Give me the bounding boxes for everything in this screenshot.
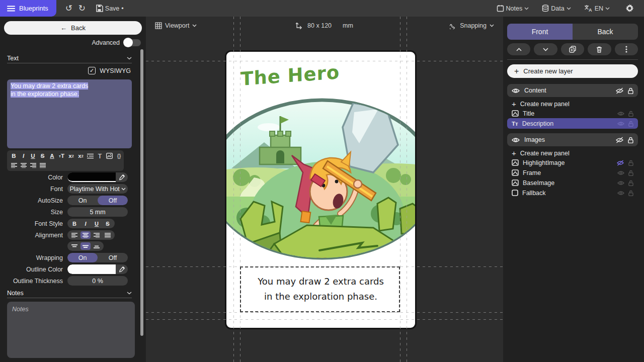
notes-textarea[interactable] <box>7 302 135 358</box>
bold-button[interactable]: B <box>10 152 18 160</box>
text-section-header[interactable]: Text <box>7 55 132 62</box>
align-center-icon[interactable] <box>19 161 28 169</box>
back-button[interactable]: ← Back <box>4 21 142 35</box>
layer-group-images[interactable]: Images <box>507 133 638 146</box>
card-editor-app: Blueprints ↺ ↻ Save • Notes Data A EN <box>0 0 644 362</box>
create-new-panel-images[interactable]: + Create new panel <box>507 148 638 158</box>
eye-icon[interactable] <box>617 170 624 175</box>
advanced-toggle[interactable] <box>124 39 141 46</box>
blueprints-button[interactable]: Blueprints <box>0 0 56 17</box>
tab-front[interactable]: Front <box>507 24 573 40</box>
eyedropper-icon[interactable] <box>116 266 128 273</box>
lock-icon[interactable] <box>628 170 633 176</box>
style-strike-button[interactable]: S <box>103 220 113 227</box>
wysiwyg-checkbox[interactable]: ✓ <box>88 67 96 74</box>
layer-description[interactable]: Tт Description <box>507 118 638 129</box>
eye-icon[interactable] <box>617 121 624 126</box>
text-content-editor[interactable]: You may draw 2 extra cards in the explor… <box>7 79 132 148</box>
list-indent-icon[interactable] <box>86 152 95 160</box>
valign-top-button[interactable] <box>69 242 79 250</box>
move-layer-up-button[interactable] <box>507 43 530 55</box>
save-button[interactable]: Save • <box>96 5 124 12</box>
image-layer-icon <box>512 110 519 117</box>
lock-icon[interactable] <box>628 137 633 143</box>
autosize-off-option[interactable]: Off <box>98 196 128 205</box>
design-canvas[interactable]: Viewport 80 x 120 mm Snapping <box>146 17 503 362</box>
font-size-button[interactable]: тT <box>57 152 66 160</box>
description-selection-outline[interactable] <box>240 266 400 312</box>
layer-fallback[interactable]: Fallback <box>507 188 638 198</box>
underline-button[interactable]: U <box>29 152 37 160</box>
language-menu[interactable]: A EN <box>584 5 610 12</box>
lock-icon[interactable] <box>628 190 633 196</box>
outline-color-picker[interactable] <box>67 264 128 274</box>
lock-icon[interactable] <box>628 160 633 166</box>
valign-bottom-button[interactable] <box>92 242 102 250</box>
eye-off-icon[interactable] <box>616 160 624 166</box>
left-panel-scrollbar[interactable] <box>140 49 143 336</box>
layer-group-content[interactable]: Content <box>507 84 638 97</box>
align-left-icon[interactable] <box>10 161 18 169</box>
redo-icon[interactable]: ↻ <box>75 2 89 15</box>
eye-off-icon[interactable] <box>615 137 624 143</box>
align-center-button[interactable] <box>80 231 91 239</box>
align-justify-button[interactable] <box>103 231 113 239</box>
wrapping-off-option[interactable]: Off <box>98 253 128 262</box>
text-color-picker[interactable] <box>67 172 128 182</box>
align-right-button[interactable] <box>92 231 102 239</box>
layer-frame[interactable]: Frame <box>507 168 638 177</box>
style-underline-button[interactable]: U <box>92 220 102 227</box>
delete-layer-button[interactable] <box>588 43 611 55</box>
notes-menu[interactable]: Notes <box>497 5 529 12</box>
italic-button[interactable]: I <box>19 152 28 160</box>
subscript-button[interactable]: x2 <box>76 152 85 160</box>
insert-image-icon[interactable] <box>105 152 114 160</box>
layer-highlight-image[interactable]: HighlightImage <box>507 158 638 167</box>
clear-format-button[interactable]: T <box>96 152 104 160</box>
eye-icon[interactable] <box>617 111 624 116</box>
tab-back[interactable]: Back <box>573 24 638 40</box>
data-menu[interactable]: Data <box>542 5 571 12</box>
color-swatch[interactable] <box>67 172 116 182</box>
autosize-on-option[interactable]: On <box>67 196 98 205</box>
top-toolbar: Blueprints ↺ ↻ Save • Notes Data A EN <box>0 0 644 17</box>
variables-button[interactable]: {} <box>115 152 123 160</box>
topbar-right-group: Notes Data A EN <box>497 2 644 15</box>
superscript-button[interactable]: x2 <box>67 152 75 160</box>
align-left-button[interactable] <box>69 231 79 239</box>
undo-icon[interactable]: ↺ <box>62 2 75 15</box>
settings-gear-icon[interactable] <box>623 2 636 15</box>
create-new-layer-button[interactable]: + Create new layer <box>507 64 638 78</box>
duplicate-layer-button[interactable] <box>561 43 584 55</box>
style-italic-button[interactable]: I <box>80 220 91 227</box>
lock-icon[interactable] <box>628 121 633 127</box>
text-color-button[interactable]: A <box>48 152 56 160</box>
outline-thickness-input[interactable]: 0 % <box>67 276 128 286</box>
wrapping-on-option[interactable]: On <box>67 253 98 262</box>
lock-icon[interactable] <box>628 111 633 117</box>
eye-icon[interactable] <box>617 180 624 186</box>
outline-color-swatch[interactable] <box>67 264 116 274</box>
eye-icon[interactable] <box>617 191 624 196</box>
layer-base-image[interactable]: BaseImage <box>507 178 638 188</box>
style-bold-button[interactable]: B <box>69 220 79 227</box>
more-options-button[interactable] <box>615 43 638 55</box>
move-layer-down-button[interactable] <box>534 43 557 55</box>
font-select[interactable]: Playtime With Hot T <box>67 184 128 194</box>
valign-middle-button[interactable] <box>80 242 91 250</box>
eyedropper-icon[interactable] <box>116 174 128 180</box>
selected-text-line2: in the exploration phase. <box>11 90 79 98</box>
lock-icon[interactable] <box>628 180 633 186</box>
create-new-panel-content[interactable]: + Create new panel <box>507 99 638 109</box>
outline-color-row: Outline Color <box>0 264 132 274</box>
strikethrough-button[interactable]: S <box>38 152 47 160</box>
viewport-menu[interactable]: Viewport <box>155 22 197 29</box>
size-input[interactable]: 5 mm <box>67 207 128 217</box>
layer-title[interactable]: Title <box>507 109 638 118</box>
notes-section-header[interactable]: Notes <box>7 290 132 297</box>
eye-off-icon[interactable] <box>615 87 624 94</box>
align-justify-icon[interactable] <box>38 161 47 169</box>
align-right-icon[interactable] <box>29 161 37 169</box>
snapping-menu[interactable]: Snapping <box>450 22 494 29</box>
lock-icon[interactable] <box>628 87 633 94</box>
